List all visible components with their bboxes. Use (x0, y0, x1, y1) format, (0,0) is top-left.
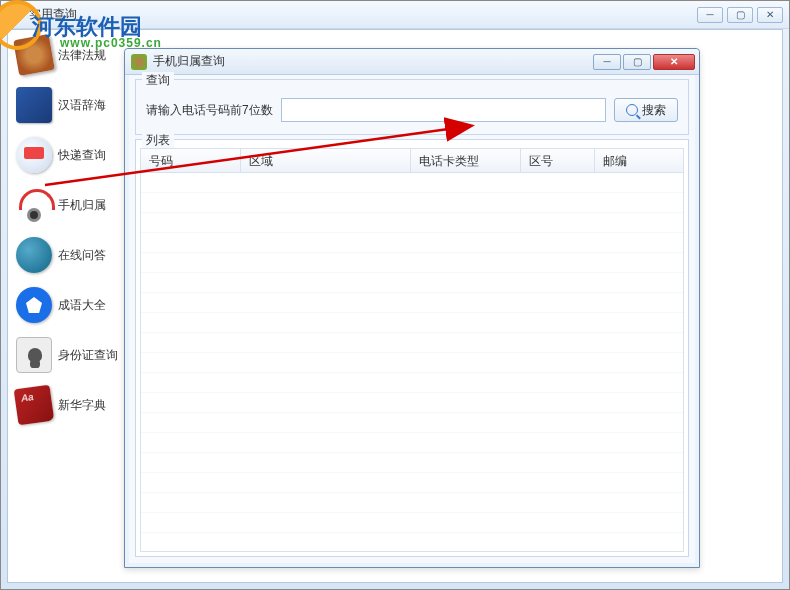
scroll-icon (13, 34, 55, 76)
col-cardtype[interactable]: 电话卡类型 (411, 149, 521, 172)
inner-title: 手机归属查询 (153, 53, 593, 70)
inner-window: 手机归属查询 ─ ▢ ✕ 查询 请输入电话号码前7位数 搜索 (124, 48, 700, 568)
sidebar-item-phone[interactable]: 手机归属 (8, 180, 118, 230)
outer-body: 法律法规 汉语辞海 快递查询 手机归属 在线问答 成语大全 (7, 29, 783, 583)
phone-input[interactable] (281, 98, 606, 122)
sidebar-item-label: 快递查询 (58, 147, 106, 164)
sidebar-item-label: 法律法规 (58, 47, 106, 64)
outer-window-controls: ─ ▢ ✕ (697, 7, 783, 23)
home-icon (16, 287, 52, 323)
sidebar-item-label: 汉语辞海 (58, 97, 106, 114)
list-legend: 列表 (142, 132, 174, 149)
search-button[interactable]: 搜索 (614, 98, 678, 122)
sidebar-item-dictionary[interactable]: 汉语辞海 (8, 80, 118, 130)
sidebar-item-xinhua[interactable]: 新华字典 (8, 380, 118, 430)
sidebar: 法律法规 汉语辞海 快递查询 手机归属 在线问答 成语大全 (8, 30, 118, 582)
sidebar-item-express[interactable]: 快递查询 (8, 130, 118, 180)
book-icon (16, 87, 52, 123)
id-card-icon (16, 337, 52, 373)
search-button-label: 搜索 (642, 102, 666, 119)
inner-app-icon (131, 54, 147, 70)
sidebar-item-idcard[interactable]: 身份证查询 (8, 330, 118, 380)
red-book-icon (14, 385, 55, 426)
app-icon (7, 7, 23, 23)
outer-title: 实用查询 (29, 6, 697, 23)
sidebar-item-idiom[interactable]: 成语大全 (8, 280, 118, 330)
table-body (141, 173, 683, 551)
list-group: 列表 号码 区域 电话卡类型 区号 邮编 (135, 139, 689, 557)
sidebar-item-label: 手机归属 (58, 197, 106, 214)
sidebar-item-label: 新华字典 (58, 397, 106, 414)
col-region[interactable]: 区域 (241, 149, 411, 172)
table-header: 号码 区域 电话卡类型 区号 邮编 (141, 149, 683, 173)
col-number[interactable]: 号码 (141, 149, 241, 172)
sidebar-item-qa[interactable]: 在线问答 (8, 230, 118, 280)
outer-titlebar: 实用查询 ─ ▢ ✕ (1, 1, 789, 29)
inner-titlebar: 手机归属查询 ─ ▢ ✕ (125, 49, 699, 75)
inner-close-button[interactable]: ✕ (653, 54, 695, 70)
query-label: 请输入电话号码前7位数 (146, 102, 273, 119)
sidebar-item-law[interactable]: 法律法规 (8, 30, 118, 80)
inner-maximize-button[interactable]: ▢ (623, 54, 651, 70)
globe-icon (16, 237, 52, 273)
sidebar-item-label: 成语大全 (58, 297, 106, 314)
col-areacode[interactable]: 区号 (521, 149, 595, 172)
col-zipcode[interactable]: 邮编 (595, 149, 683, 172)
query-group: 查询 请输入电话号码前7位数 搜索 (135, 79, 689, 135)
phone-icon (16, 187, 52, 223)
search-icon (626, 104, 638, 116)
sidebar-item-label: 身份证查询 (58, 347, 118, 364)
maximize-button[interactable]: ▢ (727, 7, 753, 23)
query-legend: 查询 (142, 72, 174, 89)
close-button[interactable]: ✕ (757, 7, 783, 23)
outer-window: 实用查询 ─ ▢ ✕ 法律法规 汉语辞海 快递查询 手机归属 (0, 0, 790, 590)
minimize-button[interactable]: ─ (697, 7, 723, 23)
inner-window-controls: ─ ▢ ✕ (593, 54, 695, 70)
mail-icon (16, 137, 52, 173)
sidebar-item-label: 在线问答 (58, 247, 106, 264)
result-table: 号码 区域 电话卡类型 区号 邮编 (140, 148, 684, 552)
inner-body: 查询 请输入电话号码前7位数 搜索 列表 号码 (129, 75, 695, 563)
inner-minimize-button[interactable]: ─ (593, 54, 621, 70)
